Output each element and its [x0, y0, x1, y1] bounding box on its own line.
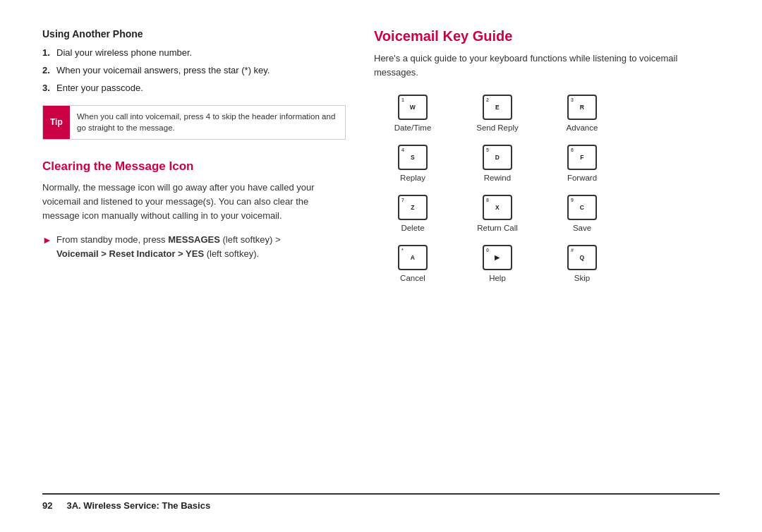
- key-label-delete: Delete: [401, 224, 424, 232]
- key-letter-q: Q: [579, 254, 584, 261]
- voicemail-desc: Here's a quick guide to your keyboard fu…: [374, 52, 720, 79]
- key-icon-save: 9 C: [567, 195, 597, 220]
- key-icon-rewind: 5 D: [483, 145, 512, 170]
- step-1-text: Dial your wireless phone number.: [56, 47, 192, 59]
- key-label-advance: Advance: [567, 123, 598, 132]
- step-2: 2. When your voicemail answers, press th…: [42, 64, 346, 77]
- corner-7: 7: [401, 198, 404, 202]
- key-item-skip: # Q Skip: [543, 245, 621, 282]
- key-letter-c: C: [580, 204, 585, 211]
- using-another-phone-title: Using Another Phone: [42, 28, 346, 40]
- step-3: 3. Enter your passcode.: [42, 82, 346, 95]
- key-label-cancel: Cancel: [400, 274, 425, 282]
- key-label-save: Save: [573, 224, 591, 232]
- corner-1: 1: [401, 97, 404, 102]
- corner-6: 6: [571, 147, 574, 152]
- key-letter-s: S: [411, 154, 415, 161]
- key-letter-x: X: [495, 204, 500, 211]
- key-label-rewind: Rewind: [484, 174, 511, 182]
- corner-9: 9: [571, 198, 574, 202]
- key-item-help: 0 ▶ Help: [459, 245, 536, 282]
- step-3-num: 3.: [42, 82, 52, 95]
- key-letter-d: D: [495, 154, 500, 161]
- key-icon-return-call: 8 X: [483, 195, 512, 220]
- key-icon-delete: 7 Z: [398, 195, 428, 220]
- clearing-title: Clearing the Message Icon: [42, 159, 346, 174]
- key-item-send-reply: 2 E Send Reply: [459, 95, 536, 132]
- right-column: Voicemail Key Guide Here's a quick guide…: [374, 28, 720, 493]
- steps-list: 1. Dial your wireless phone number. 2. W…: [42, 47, 346, 95]
- key-label-forward: Forward: [567, 174, 597, 182]
- footer: 92 3A. Wireless Service: The Basics: [42, 493, 720, 511]
- corner-0: 0: [486, 248, 489, 253]
- step-2-num: 2.: [42, 64, 52, 77]
- clearing-desc: Normally, the message icon will go away …: [42, 181, 346, 223]
- corner-2: 2: [486, 97, 489, 102]
- key-letter-z: Z: [411, 204, 415, 211]
- key-icon-forward: 6 F: [567, 145, 597, 170]
- tip-box: Tip When you call into voicemail, press …: [42, 105, 346, 140]
- key-item-delete: 7 Z Delete: [374, 195, 452, 232]
- key-item-return-call: 8 X Return Call: [459, 195, 536, 232]
- key-letter-e: E: [495, 104, 500, 111]
- key-item-date-time: 1 W Date/Time: [374, 95, 452, 132]
- bullet-text: From standby mode, press MESSAGES (left …: [56, 233, 281, 260]
- key-icon-replay: 4 S: [398, 145, 428, 170]
- key-item-advance: 3 R Advance: [543, 95, 621, 132]
- key-item-rewind: 5 D Rewind: [459, 145, 536, 182]
- key-icon-advance: 3 R: [567, 95, 597, 120]
- key-icon-skip: # Q: [567, 245, 597, 270]
- key-icon-send-reply: 2 E: [483, 95, 512, 120]
- key-icon-help: 0 ▶: [483, 245, 512, 270]
- key-letter-a: A: [411, 254, 416, 261]
- key-letter-w: W: [410, 104, 416, 111]
- content-area: Using Another Phone 1. Dial your wireles…: [42, 28, 720, 493]
- key-symbol-help: ▶: [495, 254, 500, 261]
- key-item-cancel: * A Cancel: [374, 245, 452, 282]
- corner-star: *: [401, 248, 404, 253]
- key-label-date-time: Date/Time: [394, 123, 432, 132]
- messages-bold: MESSAGES: [168, 234, 220, 245]
- voicemail-path-bold: Voicemail > Reset Indicator > YES: [56, 248, 204, 259]
- voicemail-title: Voicemail Key Guide: [374, 28, 720, 44]
- step-1: 1. Dial your wireless phone number.: [42, 47, 346, 59]
- key-label-return-call: Return Call: [477, 224, 518, 232]
- key-label-send-reply: Send Reply: [476, 123, 518, 132]
- key-label-skip: Skip: [574, 274, 590, 282]
- key-letter-f: F: [580, 154, 584, 161]
- page: Using Another Phone 1. Dial your wireles…: [0, 0, 762, 532]
- key-item-replay: 4 S Replay: [374, 145, 452, 182]
- key-item-forward: 6 F Forward: [543, 145, 621, 182]
- key-letter-r: R: [580, 104, 585, 111]
- left-column: Using Another Phone 1. Dial your wireles…: [42, 28, 346, 493]
- step-3-text: Enter your passcode.: [56, 82, 143, 95]
- corner-4: 4: [401, 147, 404, 152]
- key-icon-cancel: * A: [398, 245, 428, 270]
- corner-5: 5: [486, 147, 489, 152]
- step-2-text: When your voicemail answers, press the s…: [56, 64, 270, 77]
- key-label-replay: Replay: [400, 174, 425, 182]
- corner-8: 8: [486, 198, 489, 202]
- key-grid: 1 W Date/Time 2 E Send Reply 3 R: [374, 95, 720, 282]
- key-icon-date-time: 1 W: [398, 95, 428, 120]
- bullet-item: ► From standby mode, press MESSAGES (lef…: [42, 233, 346, 260]
- corner-3: 3: [571, 97, 574, 102]
- tip-text: When you call into voicemail, press 4 to…: [70, 106, 345, 139]
- key-label-help: Help: [489, 274, 506, 282]
- corner-hash: #: [571, 248, 574, 253]
- key-item-save: 9 C Save: [543, 195, 621, 232]
- chapter-title: 3A. Wireless Service: The Basics: [66, 500, 210, 511]
- step-1-num: 1.: [42, 47, 52, 59]
- bullet-arrow-icon: ►: [42, 233, 52, 248]
- tip-label: Tip: [43, 106, 70, 139]
- page-number: 92: [42, 500, 52, 511]
